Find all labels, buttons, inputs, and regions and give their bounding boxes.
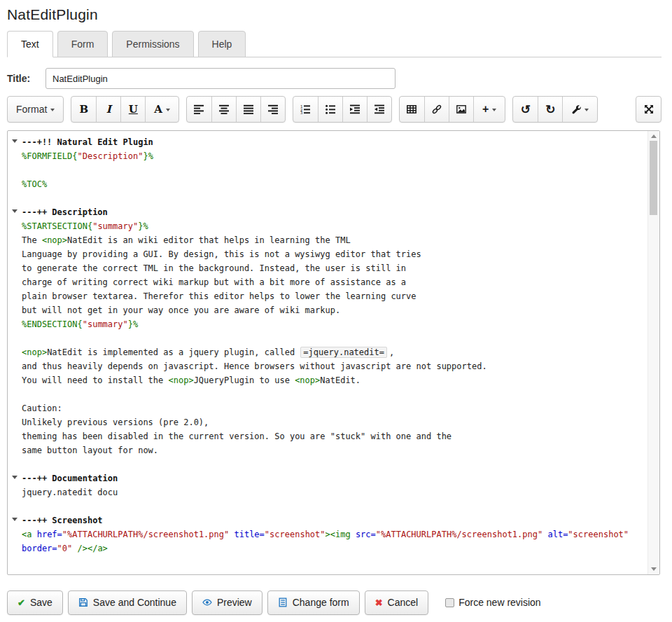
italic-button[interactable]: I: [96, 97, 120, 122]
bold-button[interactable]: B: [71, 97, 96, 122]
fold-arrow-icon[interactable]: [12, 518, 18, 521]
editor-line[interactable]: plain browser textarea. Therefor this ed…: [22, 289, 648, 303]
insert-table-button[interactable]: [400, 97, 424, 122]
editor-line[interactable]: ---++ Description: [22, 205, 648, 219]
editor-line[interactable]: [22, 499, 648, 513]
save-and-continue-button[interactable]: Save and Continue: [68, 590, 187, 615]
align-left-icon: [194, 104, 204, 114]
editor-line[interactable]: to generate the correct TML in the backg…: [22, 261, 648, 275]
editor-line[interactable]: but will not get in your way once you ar…: [22, 303, 648, 317]
editor-line[interactable]: You will need to install the <nop>JQuery…: [22, 373, 648, 387]
editor-line[interactable]: <a href="%ATTACHURLPATH%/screenshot1.png…: [22, 527, 648, 541]
save-button[interactable]: ✔Save: [7, 590, 63, 615]
fullscreen-button[interactable]: [636, 97, 661, 122]
editor-line[interactable]: <nop>NatEdit is implemented as a jquery …: [22, 345, 648, 359]
editor-line[interactable]: [22, 163, 648, 177]
wiki-text-editor[interactable]: ---+!! Natural Edit Plugin%FORMFIELD{"De…: [7, 130, 660, 575]
outdent-icon: [374, 104, 384, 114]
insert-link-button[interactable]: [424, 97, 449, 122]
tab-form[interactable]: Form: [57, 31, 108, 57]
scrollbar-thumb[interactable]: [650, 141, 657, 215]
ordered-list-button[interactable]: 123: [293, 97, 318, 122]
tools-button[interactable]: [562, 97, 597, 122]
scrollbar-up-arrow-icon[interactable]: [651, 134, 657, 138]
change-form-label: Change form: [293, 597, 349, 608]
title-input[interactable]: [46, 68, 396, 89]
editor-line[interactable]: same button layout for now.: [22, 443, 648, 457]
tab-bar: TextFormPermissionsHelp: [7, 31, 662, 57]
editor-line[interactable]: jquery.natedit docu: [22, 485, 648, 499]
code-segment: You will need to install the: [22, 375, 169, 385]
code-segment: NatEdit is implemented as a jquery plugi…: [47, 347, 300, 357]
editor-line[interactable]: [22, 331, 648, 345]
editor-line[interactable]: [22, 457, 648, 471]
align-center-button[interactable]: [211, 97, 236, 122]
save-and-continue-label: Save and Continue: [93, 597, 176, 608]
editor-line[interactable]: %FORMFIELD{"Description"}%: [22, 149, 648, 163]
font-style-button[interactable]: A: [145, 97, 178, 122]
underline-icon: U: [129, 104, 138, 115]
indent-button[interactable]: [342, 97, 367, 122]
code-segment: plain browser textarea. Therefor this ed…: [22, 291, 416, 301]
editor-line[interactable]: charge of writing correct wiki markup bu…: [22, 275, 648, 289]
tab-text[interactable]: Text: [7, 31, 53, 57]
align-left-button[interactable]: [187, 97, 211, 122]
editor-line[interactable]: [22, 387, 648, 401]
editor-line[interactable]: [22, 191, 648, 205]
code-segment: same button layout for now.: [22, 445, 158, 455]
code-segment: theming has been disabled in the current…: [22, 431, 451, 441]
insert-group: +: [399, 96, 505, 123]
code-segment: src=: [356, 530, 376, 539]
change-form-button[interactable]: Change form: [267, 590, 360, 615]
code-segment: border=: [22, 544, 57, 553]
editor-line[interactable]: Language by providing a GUI. By design, …: [22, 247, 648, 261]
code-segment: alt=: [547, 530, 568, 539]
undo-button[interactable]: ↺: [513, 97, 538, 122]
underline-button[interactable]: U: [120, 97, 145, 122]
code-segment: "summary": [92, 221, 138, 231]
align-center-icon: [219, 104, 229, 114]
editor-line[interactable]: border="0" /></a>: [22, 541, 648, 555]
format-dropdown-label: Format: [16, 104, 47, 115]
editor-line[interactable]: Caution:: [22, 401, 648, 415]
editor-line[interactable]: ---++ Screenshot: [22, 513, 648, 527]
tab-permissions[interactable]: Permissions: [112, 31, 193, 57]
insert-image-button[interactable]: [449, 97, 473, 122]
align-right-button[interactable]: [260, 97, 285, 122]
editor-line[interactable]: theming has been disabled in the current…: [22, 429, 648, 443]
alignment-group: [186, 96, 286, 123]
format-dropdown-button[interactable]: Format: [8, 97, 63, 122]
align-justify-button[interactable]: [236, 97, 260, 122]
fold-arrow-icon[interactable]: [12, 209, 18, 213]
editor-line[interactable]: %STARTSECTION{"summary"}%: [22, 219, 648, 233]
editor-line[interactable]: %ENDSECTION{"summary"}%: [22, 317, 648, 331]
code-segment: ---++ Description: [22, 207, 108, 217]
redo-button[interactable]: ↻: [538, 97, 562, 122]
editor-line[interactable]: and thus heavily depends on javascript. …: [22, 359, 648, 373]
editor-line[interactable]: ---++ Documentation: [22, 471, 648, 485]
code-segment: Unlikely previous versions (pre 2.0),: [22, 417, 209, 427]
floppy-icon: [78, 597, 88, 607]
editor-scrollbar[interactable]: [648, 131, 659, 574]
tab-help[interactable]: Help: [198, 31, 246, 57]
title-label: Title:: [7, 73, 30, 84]
outdent-button[interactable]: [367, 97, 391, 122]
force-new-revision: Force new revision: [445, 597, 541, 608]
code-segment: JQueryPlugin to use: [194, 375, 295, 385]
unordered-list-button[interactable]: [318, 97, 342, 122]
preview-button[interactable]: Preview: [192, 590, 262, 615]
editor-line[interactable]: %TOC%: [22, 177, 648, 191]
scrollbar-down-arrow-icon[interactable]: [651, 567, 657, 571]
insert-more-button[interactable]: +: [473, 97, 505, 122]
cancel-button[interactable]: ✖Cancel: [365, 590, 429, 615]
editor-line[interactable]: The <nop>NatEdit is an wiki editor that …: [22, 233, 648, 247]
fold-arrow-icon[interactable]: [12, 476, 18, 479]
code-segment: }%: [138, 221, 148, 231]
force-new-revision-checkbox[interactable]: [445, 598, 454, 607]
editor-line[interactable]: ---+!! Natural Edit Plugin: [22, 135, 648, 149]
fold-arrow-icon[interactable]: [12, 139, 18, 143]
wrench-icon: [571, 104, 581, 114]
editor-line[interactable]: Unlikely previous versions (pre 2.0),: [22, 415, 648, 429]
code-segment: <a: [22, 530, 37, 539]
code-segment: title=: [234, 530, 264, 539]
